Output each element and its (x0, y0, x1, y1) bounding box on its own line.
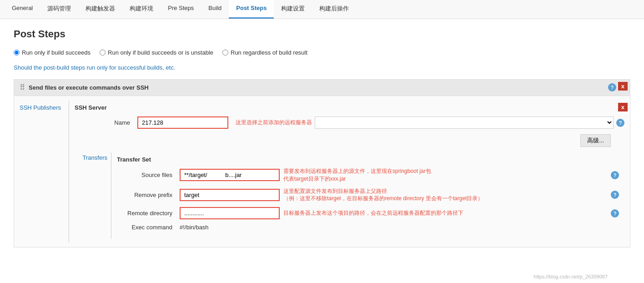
remote-directory-help-button[interactable]: ? (611, 209, 619, 217)
nav-tab-源码管理[interactable]: 源码管理 (40, 0, 78, 19)
ssh-publishers-label: SSH Publishers (14, 101, 69, 243)
advanced-row: 高级... (75, 134, 624, 147)
transfer-set-label: Transfer Set (117, 156, 619, 163)
ssh-publishers-container: SSH Publishers x SSH Server Name 这里选择之前添… (14, 96, 630, 247)
radio-always-label: Run regardless of build result (231, 49, 307, 56)
remote-directory-label: Remote directory (117, 210, 176, 217)
nav-tab-构建环境[interactable]: 构建环境 (122, 0, 161, 19)
radio-option-success[interactable]: Run only if build succeeds (14, 49, 91, 56)
remove-prefix-row: Remove prefix 这里配置源文件发布到目标服务器上父路径 （例：这里不… (117, 187, 619, 203)
remove-prefix-help-button[interactable]: ? (611, 191, 619, 199)
page-title: Post Steps (14, 28, 630, 40)
section-help-button[interactable]: ? (608, 83, 616, 91)
radio-success[interactable] (14, 50, 20, 56)
top-nav: General源码管理构建触发器构建环境Pre StepsBuildPost S… (0, 0, 644, 19)
nav-tab-构建设置[interactable]: 构建设置 (274, 0, 312, 19)
radio-always[interactable] (222, 50, 228, 56)
remove-prefix-label: Remove prefix (117, 192, 176, 198)
radio-group: Run only if build succeeds Run only if b… (14, 49, 630, 56)
nav-tab-post-steps[interactable]: Post Steps (229, 0, 274, 19)
source-files-help-button[interactable]: ? (611, 171, 619, 179)
nav-tab-pre-steps[interactable]: Pre Steps (161, 0, 201, 19)
section-header-label: Send files or execute commands over SSH (29, 84, 149, 91)
radio-option-always[interactable]: Run regardless of build result (222, 49, 307, 56)
nav-tab-构建触发器[interactable]: 构建触发器 (78, 0, 122, 19)
radio-unstable-label: Run only if build succeeds or is unstabl… (108, 49, 213, 56)
name-label: Name (75, 119, 134, 126)
source-files-hint: 需要发布到远程服务器上的源文件，这里现在springboot jar包 代表ta… (283, 167, 607, 183)
radio-option-unstable[interactable]: Run only if build succeeds or is unstabl… (100, 49, 213, 56)
info-text: Should the post-build steps run only for… (14, 64, 630, 71)
remove-prefix-input[interactable] (180, 189, 280, 201)
ssh-server-label: SSH Server (75, 104, 624, 111)
drag-handle-icon: ⠿ (20, 83, 25, 92)
transfers-content: Transfer Set Source files 需要发布到远程服务器上的源文… (111, 152, 624, 239)
name-help-button[interactable]: ? (616, 119, 624, 127)
exec-command-value: #!/bin/bash (180, 224, 209, 231)
server-select[interactable] (315, 116, 614, 129)
name-row: Name 这里选择之前添加的远程服务器 ? (75, 116, 624, 129)
advanced-button[interactable]: 高级... (580, 134, 611, 147)
source-files-row: Source files 需要发布到远程服务器上的源文件，这里现在springb… (117, 167, 619, 183)
source-files-input[interactable] (180, 169, 280, 181)
source-files-label: Source files (117, 172, 176, 178)
nav-tab-general[interactable]: General (5, 0, 40, 19)
section-close-button[interactable]: x (618, 82, 628, 91)
nav-tab-build[interactable]: Build (201, 0, 229, 19)
radio-success-label: Run only if build succeeds (22, 49, 91, 56)
transfers-section: Transfers Transfer Set Source files 需要发布… (75, 152, 624, 239)
radio-unstable[interactable] (100, 50, 106, 56)
section-header: ⠿ Send files or execute commands over SS… (14, 80, 630, 96)
transfers-label: Transfers (75, 152, 111, 239)
remote-directory-row: Remote directory 目标服务器上发布这个项目的路径，会在之前远程服… (117, 207, 619, 219)
exec-command-row: Exec command #!/bin/bash (117, 224, 619, 231)
name-hint: 这里选择之前添加的远程服务器 (236, 119, 312, 126)
remote-directory-hint: 目标服务器上发布这个项目的路径，会在之前远程服务器配置的那个路径下 (283, 209, 607, 217)
nav-tab-构建后操作[interactable]: 构建后操作 (312, 0, 356, 19)
ssh-section-card: ⠿ Send files or execute commands over SS… (14, 79, 630, 248)
name-input[interactable] (137, 116, 228, 129)
page-content: Post Steps Run only if build succeeds Ru… (0, 19, 644, 266)
name-select-wrapper: 这里选择之前添加的远程服务器 ? (232, 116, 624, 129)
publishers-close-button[interactable]: x (618, 103, 628, 111)
remove-prefix-hint: 这里配置源文件发布到目标服务器上父路径 （例：这里不移除target，在目标服务… (283, 187, 607, 203)
remote-directory-input[interactable] (180, 207, 280, 219)
exec-command-label: Exec command (117, 224, 176, 231)
ssh-publishers-content: x SSH Server Name 这里选择之前添加的远程服务器 ? (69, 101, 630, 243)
